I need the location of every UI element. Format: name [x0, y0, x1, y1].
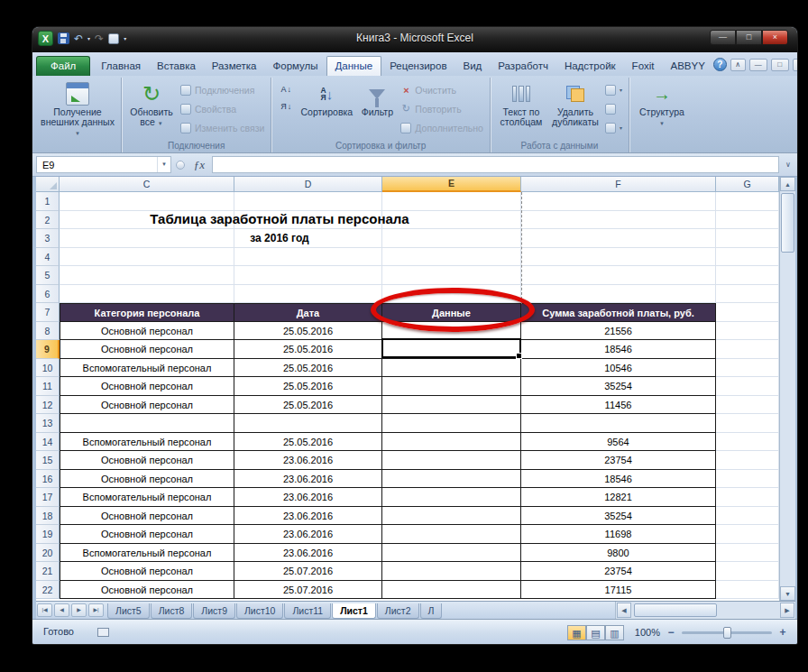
cell-C11[interactable]: Основной персонал — [60, 377, 234, 396]
row-header-15[interactable]: 15 — [36, 451, 60, 470]
cell-E18[interactable] — [382, 507, 521, 526]
tab-Разработч[interactable]: Разработч — [490, 57, 556, 76]
cell-G21[interactable] — [716, 562, 779, 581]
row-header-4[interactable]: 4 — [36, 248, 60, 267]
sheet-tab-Лист9[interactable]: Лист9 — [193, 603, 235, 619]
cell-F12[interactable]: 11456 — [521, 396, 716, 415]
cell-F18[interactable]: 35254 — [521, 507, 716, 526]
sort-button[interactable]: А Я ↓ Сортировка — [297, 78, 356, 117]
cell-E4[interactable] — [382, 248, 521, 267]
outline-button[interactable]: → Структура▼ — [633, 78, 691, 129]
tab-Главная[interactable]: Главная — [93, 57, 149, 76]
row-header-13[interactable]: 13 — [36, 414, 60, 433]
cell-G4[interactable] — [716, 248, 779, 267]
cell-F2[interactable] — [521, 211, 716, 230]
horizontal-scrollbar[interactable]: ◀ ▶ — [615, 602, 795, 619]
cell-D12[interactable]: 25.05.2016 — [234, 396, 382, 415]
cell-G15[interactable] — [716, 451, 779, 470]
cell-F11[interactable]: 35254 — [521, 377, 716, 396]
column-header-E[interactable]: E — [382, 177, 521, 192]
row-header-20[interactable]: 20 — [36, 544, 60, 563]
sheet-nav-button-2[interactable]: ▶ — [71, 603, 87, 617]
horizontal-scroll-thumb[interactable] — [634, 603, 717, 617]
column-header-G[interactable]: G — [716, 177, 779, 192]
doc-restore-button[interactable]: □ — [771, 59, 789, 71]
cell-G13[interactable] — [716, 414, 779, 433]
row-header-7[interactable]: 7 — [36, 303, 60, 322]
cell-F22[interactable]: 17115 — [521, 581, 716, 600]
scroll-left-icon[interactable]: ◀ — [617, 603, 631, 618]
scroll-down-icon[interactable]: ▼ — [780, 586, 795, 601]
cell-C20[interactable]: Вспомогательный персонал — [60, 544, 234, 563]
formula-bar-splitter[interactable] — [176, 161, 185, 170]
cell-D21[interactable]: 25.07.2016 — [234, 562, 382, 581]
cell-G8[interactable] — [716, 322, 779, 341]
scroll-right-icon[interactable]: ▶ — [780, 603, 794, 618]
row-header-8[interactable]: 8 — [36, 322, 60, 341]
row-header-18[interactable]: 18 — [36, 507, 60, 526]
tab-Вставка[interactable]: Вставка — [149, 57, 204, 76]
cell-G17[interactable] — [716, 488, 779, 507]
sheet-nav-button-1[interactable]: ◀ — [54, 603, 69, 617]
column-header-C[interactable]: C — [60, 177, 234, 192]
ribbon-collapse-icon[interactable]: ∧ — [730, 59, 746, 71]
column-header-D[interactable]: D — [234, 177, 382, 192]
cell-C4[interactable] — [60, 248, 234, 267]
scroll-up-icon[interactable]: ▲ — [780, 177, 795, 191]
cell-C8[interactable]: Основной персонал — [60, 322, 234, 341]
row-header-12[interactable]: 12 — [36, 396, 60, 415]
what-if-analysis-button[interactable]: ▾ — [602, 118, 625, 137]
cell-E15[interactable] — [382, 451, 521, 470]
cell-C6[interactable] — [60, 285, 234, 304]
cell-E5[interactable] — [382, 266, 521, 285]
advanced-filter-button[interactable]: Дополнительно — [398, 118, 486, 137]
cell-C1[interactable] — [60, 192, 234, 211]
row-header-16[interactable]: 16 — [36, 470, 60, 489]
cell-F5[interactable] — [521, 266, 716, 285]
view-button-2[interactable]: ▥ — [605, 625, 624, 640]
cell-G22[interactable] — [716, 581, 779, 600]
cell-G16[interactable] — [716, 470, 779, 489]
zoom-slider-thumb[interactable] — [723, 627, 731, 639]
sort-asc-button[interactable]: А↓ — [275, 80, 297, 97]
help-icon[interactable]: ? — [713, 58, 727, 71]
cell-E10[interactable] — [382, 359, 521, 378]
row-header-11[interactable]: 11 — [36, 377, 60, 396]
cell-F16[interactable]: 18546 — [521, 470, 716, 489]
cell-D18[interactable]: 23.06.2016 — [234, 507, 382, 526]
cell-C16[interactable]: Основной персонал — [60, 470, 234, 489]
cell-F14[interactable]: 9564 — [521, 433, 716, 452]
cell-D9[interactable]: 25.05.2016 — [234, 340, 382, 359]
cell-G3[interactable] — [716, 229, 779, 248]
cell-E16[interactable] — [382, 470, 521, 489]
cell-C18[interactable]: Основной персонал — [60, 507, 234, 526]
cell-D8[interactable]: 25.05.2016 — [234, 322, 382, 341]
row-header-5[interactable]: 5 — [36, 266, 60, 285]
macro-record-icon[interactable] — [97, 628, 109, 637]
zoom-level[interactable]: 100% — [629, 627, 660, 638]
cell-G7[interactable] — [716, 303, 779, 322]
cell-G11[interactable] — [716, 377, 779, 396]
row-header-6[interactable]: 6 — [36, 285, 60, 304]
cell-D7[interactable]: Дата — [234, 303, 382, 322]
cell-F3[interactable] — [521, 229, 716, 248]
cell-F10[interactable]: 10546 — [521, 359, 716, 378]
zoom-in-icon[interactable]: + — [777, 626, 788, 639]
cell-D14[interactable]: 25.05.2016 — [234, 433, 382, 452]
sheet-tab-Лист1[interactable]: Лист1 — [332, 603, 376, 619]
cell-F9[interactable]: 18546 — [521, 340, 716, 359]
sheet-nav-button-0[interactable]: |◀ — [37, 603, 52, 617]
cell-C13[interactable] — [60, 414, 234, 433]
cell-F17[interactable]: 12821 — [521, 488, 716, 507]
cell-D6[interactable] — [234, 285, 382, 304]
row-header-21[interactable]: 21 — [36, 562, 60, 581]
view-button-1[interactable]: ▤ — [586, 625, 605, 640]
select-all-corner[interactable] — [36, 177, 60, 192]
cell-E12[interactable] — [382, 396, 521, 415]
column-header-F[interactable]: F — [521, 177, 716, 192]
sort-desc-button[interactable]: Я↓ — [275, 97, 297, 115]
cell-G18[interactable] — [716, 507, 779, 526]
reapply-button[interactable]: ↻ Повторить — [398, 99, 486, 118]
vertical-scroll-thumb[interactable] — [781, 193, 794, 253]
cell-D22[interactable]: 25.07.2016 — [234, 581, 382, 600]
